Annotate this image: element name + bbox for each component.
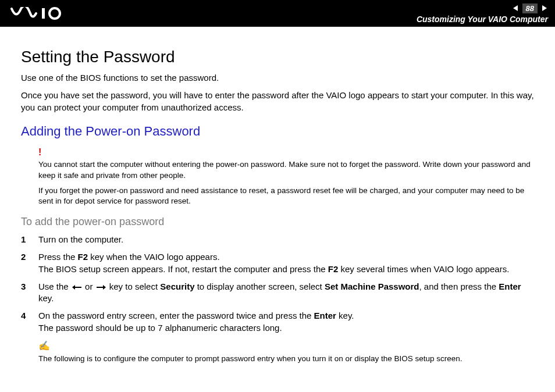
header-bar: 88 Customizing Your VAIO Computer <box>0 0 555 27</box>
nav-prev-icon[interactable] <box>512 5 519 12</box>
step-4-line2: The password should be up to 7 alphanume… <box>38 322 534 334</box>
step-1-text: Turn on the computer. <box>38 234 123 244</box>
svg-point-1 <box>49 8 60 19</box>
page-nav: 88 <box>512 3 548 13</box>
step-3: Use the or key to select Security to dis… <box>38 281 534 305</box>
steps-list: Turn on the computer. Press the F2 key w… <box>21 234 534 334</box>
page-number: 88 <box>522 3 538 13</box>
arrow-right-icon <box>96 284 106 291</box>
step-1: Turn on the computer. <box>38 234 534 245</box>
content: Setting the Password Use one of the BIOS… <box>0 27 555 382</box>
step-2: Press the F2 key when the VAIO logo appe… <box>38 251 534 275</box>
step-2-line2: The BIOS setup screen appears. If not, r… <box>38 263 534 275</box>
warning-p1: You cannot start the computer without en… <box>38 159 534 180</box>
note-icon: ✍ <box>38 340 534 352</box>
svg-rect-0 <box>42 8 45 19</box>
header-right: 88 Customizing Your VAIO Computer <box>417 3 548 24</box>
step-4-line1: On the password entry screen, enter the … <box>38 311 354 320</box>
warning-p2: If you forget the power-on password and … <box>38 186 534 206</box>
breadcrumb: Customizing Your VAIO Computer <box>417 15 548 24</box>
vaio-logo <box>10 7 74 20</box>
nav-next-icon[interactable] <box>541 5 548 12</box>
intro-p1: Use one of the BIOS functions to set the… <box>21 72 534 84</box>
intro-p2: Once you have set the password, you will… <box>21 90 534 113</box>
step-2-line1: Press the F2 key when the VAIO logo appe… <box>38 252 220 262</box>
warning-icon: ! <box>38 146 534 159</box>
step-4: On the password entry screen, enter the … <box>38 310 534 334</box>
arrow-left-icon <box>72 284 82 291</box>
subheading: To add the power-on password <box>21 216 534 228</box>
page-title: Setting the Password <box>21 48 534 66</box>
note-block: ✍ The following is to configure the comp… <box>21 340 534 364</box>
step-3-line1: Use the or key to select Security to dis… <box>38 281 521 303</box>
section-heading: Adding the Power-on Password <box>21 124 534 139</box>
intro-block: Use one of the BIOS functions to set the… <box>21 72 534 113</box>
warning-block: ! You cannot start the computer without … <box>21 146 534 206</box>
note-p1: The following is to configure the comput… <box>38 354 534 364</box>
